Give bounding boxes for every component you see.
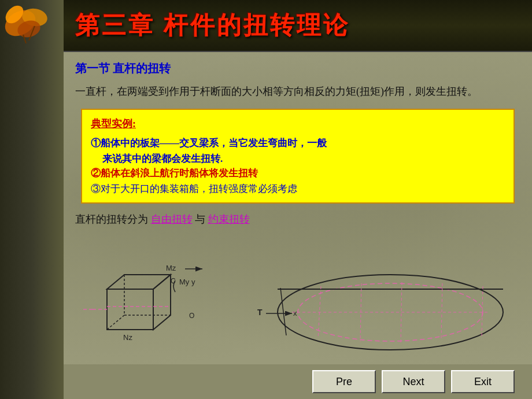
svg-text:x: x	[293, 309, 297, 317]
svg-marker-8	[153, 275, 171, 330]
svg-line-9	[107, 315, 124, 330]
highlight-item-1: ①船体中的板架——交叉梁系，当它发生弯曲时，一般	[91, 135, 505, 152]
bottom-text: 直杆的扭转分为 自由扭转 与 约束扭转	[75, 212, 520, 226]
next-button[interactable]: Next	[382, 370, 445, 393]
highlight-box-title: 典型实例:	[91, 117, 505, 131]
exit-button[interactable]: Exit	[451, 370, 515, 393]
svg-text:My y: My y	[179, 278, 195, 286]
page-title: 第三章 杆件的扭转理论	[75, 9, 350, 42]
nav-bar: Pre Next Exit	[64, 364, 532, 399]
intro-text: 一直杆，在两端受到作用于杆断面的大小相等方向相反的力矩(扭矩)作用，则发生扭转。	[75, 83, 520, 100]
highlight-item-1-label: ①船体中的板架——交叉梁系，当它发生弯曲时，一般	[91, 138, 327, 149]
svg-text:Nz: Nz	[123, 333, 132, 342]
torsion-diagram: Mz My y C T x Nz	[75, 254, 520, 359]
svg-text:Mz: Mz	[166, 264, 176, 272]
svg-line-27	[280, 288, 286, 335]
svg-line-31	[441, 283, 442, 340]
svg-text:C: C	[171, 277, 176, 285]
svg-text:T: T	[257, 308, 263, 317]
constrained-torsion-link[interactable]: 约束扭转	[208, 213, 250, 225]
highlight-item-3: ③对于大开口的集装箱船，扭转强度常必须考虑	[91, 182, 505, 195]
svg-text:O: O	[189, 312, 194, 320]
diagram-area: Mz My y C T x Nz	[75, 254, 520, 359]
header-banner: 第三章 杆件的扭转理论	[64, 0, 532, 52]
section-title: 第一节 直杆的扭转	[75, 61, 520, 76]
highlight-item-2: ②船体在斜浪上航行时船体将发生扭转	[91, 165, 505, 182]
bottom-text-middle: 与	[195, 213, 205, 225]
pre-button[interactable]: Pre	[312, 370, 376, 393]
left-sidebar	[0, 0, 64, 399]
leaf-decoration	[3, 3, 55, 49]
highlight-item-1-sub: 来说其中的梁都会发生扭转.	[102, 152, 505, 165]
free-torsion-link[interactable]: 自由扭转	[151, 213, 193, 225]
bottom-text-prefix: 直杆的扭转分为	[75, 213, 148, 225]
highlight-box: 典型实例: ①船体中的板架——交叉梁系，当它发生弯曲时，一般 来说其中的梁都会发…	[81, 109, 515, 204]
